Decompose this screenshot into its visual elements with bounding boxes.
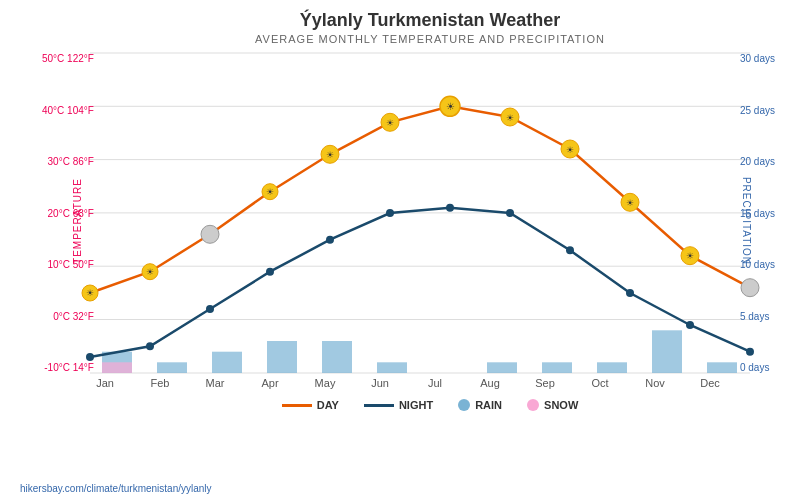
night-dot-feb bbox=[146, 342, 154, 350]
y-right-tick: 15 days bbox=[740, 208, 775, 219]
rain-bar-nov bbox=[652, 330, 682, 373]
y-left-tick: 40°C 104°F bbox=[42, 105, 94, 116]
svg-text:☀: ☀ bbox=[626, 198, 634, 208]
rain-bar-dec bbox=[707, 362, 737, 373]
rain-bar-feb bbox=[157, 362, 187, 373]
legend-snow-dot bbox=[527, 399, 539, 411]
x-axis: Jan Feb Mar Apr May Jun Jul Aug Sep Oct … bbox=[90, 377, 725, 389]
legend-day: DAY bbox=[282, 399, 339, 411]
y-left-tick: -10°C 14°F bbox=[44, 362, 94, 373]
night-dot-sep bbox=[566, 246, 574, 254]
rain-bar-mar bbox=[212, 352, 242, 373]
chart-legend: DAY NIGHT RAIN SNOW bbox=[80, 399, 780, 411]
night-dot-mar bbox=[206, 305, 214, 313]
svg-text:☀: ☀ bbox=[326, 150, 334, 160]
night-dot-apr bbox=[266, 268, 274, 276]
x-label-nov: Nov bbox=[640, 377, 670, 389]
x-label-apr: Apr bbox=[255, 377, 285, 389]
rain-bar-oct bbox=[597, 362, 627, 373]
x-label-dec: Dec bbox=[695, 377, 725, 389]
x-label-mar: Mar bbox=[200, 377, 230, 389]
y-left-tick: 50°C 122°F bbox=[42, 53, 94, 64]
y-right-tick: 20 days bbox=[740, 156, 775, 167]
y-left-tick: 10°C 50°F bbox=[48, 259, 94, 270]
chart-title: Ýylanly Turkmenistan Weather bbox=[80, 10, 780, 31]
y-axis-left: 50°C 122°F 40°C 104°F 30°C 86°F 20°C 68°… bbox=[42, 53, 94, 373]
y-right-tick: 10 days bbox=[740, 259, 775, 270]
chart-subtitle: AVERAGE MONTHLY TEMPERATURE AND PRECIPIT… bbox=[80, 33, 780, 45]
svg-text:☀: ☀ bbox=[686, 251, 694, 261]
legend-rain: RAIN bbox=[458, 399, 502, 411]
watermark: hikersbay.com/climate/turkmenistan/yylan… bbox=[20, 483, 212, 494]
y-left-tick: 0°C 32°F bbox=[53, 311, 94, 322]
night-temp-line bbox=[90, 208, 750, 357]
night-dot-oct bbox=[626, 289, 634, 297]
night-dot-nov bbox=[686, 321, 694, 329]
x-label-jul: Jul bbox=[420, 377, 450, 389]
night-dot-may bbox=[326, 236, 334, 244]
y-right-tick: 25 days bbox=[740, 105, 775, 116]
y-left-tick: 20°C 68°F bbox=[48, 208, 94, 219]
legend-rain-dot bbox=[458, 399, 470, 411]
svg-text:☀: ☀ bbox=[506, 113, 514, 123]
x-label-oct: Oct bbox=[585, 377, 615, 389]
main-chart-svg: ☀ ☀ ☀ ☀ ☀ ☀ ☀ ☀ ☀ bbox=[90, 53, 750, 373]
rain-bar-jun bbox=[377, 362, 407, 373]
legend-night: NIGHT bbox=[364, 399, 433, 411]
y-right-tick: 0 days bbox=[740, 362, 769, 373]
legend-night-label: NIGHT bbox=[399, 399, 433, 411]
rain-bar-may bbox=[322, 341, 352, 373]
x-label-may: May bbox=[310, 377, 340, 389]
x-label-sep: Sep bbox=[530, 377, 560, 389]
legend-day-line bbox=[282, 404, 312, 407]
y-axis-right: 30 days 25 days 20 days 15 days 10 days … bbox=[740, 53, 775, 373]
day-dot-mar bbox=[201, 225, 219, 243]
night-dot-jul bbox=[446, 204, 454, 212]
legend-snow: SNOW bbox=[527, 399, 578, 411]
legend-night-line bbox=[364, 404, 394, 407]
rain-bar-sep bbox=[542, 362, 572, 373]
rain-bar-apr bbox=[267, 341, 297, 373]
x-label-feb: Feb bbox=[145, 377, 175, 389]
x-label-jun: Jun bbox=[365, 377, 395, 389]
svg-text:☀: ☀ bbox=[266, 187, 274, 197]
night-dot-jun bbox=[386, 209, 394, 217]
svg-text:☀: ☀ bbox=[146, 267, 154, 277]
svg-text:☀: ☀ bbox=[446, 101, 455, 112]
x-label-aug: Aug bbox=[475, 377, 505, 389]
svg-text:☀: ☀ bbox=[566, 145, 574, 155]
legend-snow-label: SNOW bbox=[544, 399, 578, 411]
day-temp-line bbox=[90, 106, 750, 293]
snow-bar-jan bbox=[102, 362, 132, 373]
svg-text:☀: ☀ bbox=[386, 118, 394, 128]
x-label-jan: Jan bbox=[90, 377, 120, 389]
legend-rain-label: RAIN bbox=[475, 399, 502, 411]
y-left-tick: 30°C 86°F bbox=[48, 156, 94, 167]
chart-container: Ýylanly Turkmenistan Weather AVERAGE MON… bbox=[0, 0, 800, 500]
legend-day-label: DAY bbox=[317, 399, 339, 411]
y-right-tick: 30 days bbox=[740, 53, 775, 64]
night-dot-aug bbox=[506, 209, 514, 217]
y-right-tick: 5 days bbox=[740, 311, 769, 322]
rain-bar-aug bbox=[487, 362, 517, 373]
